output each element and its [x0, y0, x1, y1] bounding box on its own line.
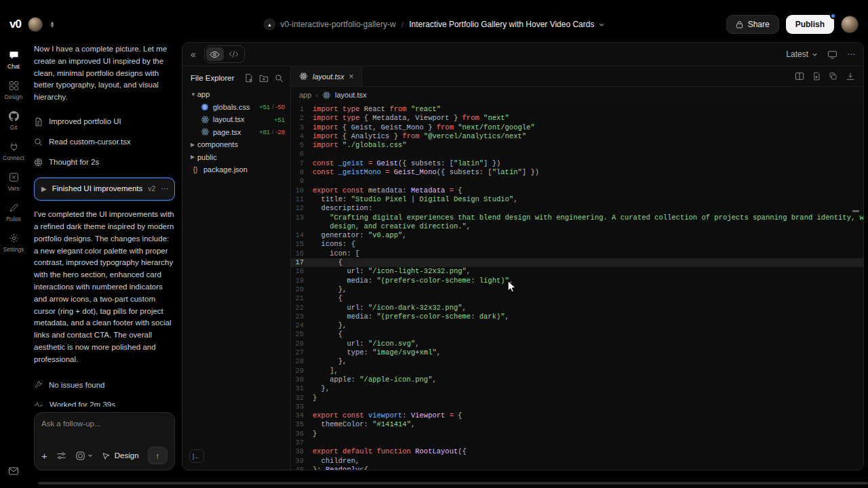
- code-line[interactable]: 5import "./globals.css": [291, 141, 863, 150]
- chevron-down-icon: [598, 22, 604, 28]
- code-line[interactable]: 38export default function RootLayout({: [291, 447, 863, 456]
- code-line[interactable]: 32}: [291, 394, 863, 403]
- rail-item-git[interactable]: Git: [0, 106, 27, 136]
- publish-button[interactable]: Publish: [786, 15, 834, 34]
- code-line[interactable]: 31 },: [291, 384, 863, 393]
- code-line[interactable]: 22 url: "/icon-dark-32x32.png",: [291, 304, 863, 312]
- tree-file-globals.css[interactable]: globals.css+51 / -50: [182, 101, 290, 114]
- code-line[interactable]: 14 generator: "v0.app",: [291, 231, 863, 240]
- code-line[interactable]: 17 {: [291, 258, 863, 267]
- code-line[interactable]: 19 media: "(prefers-color-scheme: light)…: [291, 277, 863, 285]
- code-line[interactable]: 35 themeColor: "#141414",: [291, 420, 863, 429]
- code-line[interactable]: 28 },: [291, 357, 863, 366]
- react-file-icon: [299, 72, 308, 81]
- code-line[interactable]: 11 title: "Studio Pixel | Digital Design…: [291, 195, 863, 204]
- code-area[interactable]: 1import type React from "react"2import t…: [291, 103, 863, 470]
- code-line[interactable]: 9: [291, 177, 863, 186]
- version-card[interactable]: ▶ Finished UI improvements v2 ⋯: [34, 178, 175, 201]
- code-line[interactable]: 18 url: "/icon-light-32x32.png",: [291, 267, 863, 276]
- split-editor-icon[interactable]: [795, 72, 804, 81]
- collapse-panel-icon[interactable]: «: [191, 49, 196, 60]
- code-line[interactable]: 29 ],: [291, 367, 863, 375]
- code-line[interactable]: 39 children,: [291, 457, 863, 466]
- crumb-file[interactable]: layout.tsx: [335, 91, 366, 99]
- preview-toggle[interactable]: [206, 47, 224, 61]
- tree-folder-public[interactable]: ▶public: [182, 151, 290, 164]
- model-picker[interactable]: [75, 451, 93, 461]
- tree-file-layout.tsx[interactable]: layout.tsx+51: [182, 113, 290, 126]
- code-line[interactable]: 26 url: "/icon.svg",: [291, 340, 863, 348]
- export-file-icon[interactable]: [812, 72, 821, 81]
- code-line[interactable]: 10export const metadata: Metadata = {: [291, 186, 863, 195]
- rail-item-settings[interactable]: Settings: [0, 228, 27, 258]
- user-avatar[interactable]: [841, 16, 859, 33]
- scrollbar-marker[interactable]: [852, 210, 859, 212]
- rail-item-chat[interactable]: Chat: [0, 45, 27, 75]
- tree-folder-app[interactable]: ▼app: [182, 88, 290, 101]
- tree-folder-components[interactable]: ▶components: [182, 138, 290, 151]
- tree-file-page.tsx[interactable]: page.tsx+81 / -28: [182, 126, 290, 139]
- panel-more-icon[interactable]: ⋯: [847, 49, 855, 59]
- code-line[interactable]: 33: [291, 403, 863, 411]
- new-folder-icon[interactable]: [259, 74, 269, 83]
- code-line[interactable]: 24 },: [291, 321, 863, 330]
- status-row: No issues found: [34, 375, 175, 396]
- code-line[interactable]: 25 {: [291, 330, 863, 339]
- task-step[interactable]: Read custom-cursor.tsx: [34, 132, 175, 152]
- share-button[interactable]: Share: [726, 15, 779, 34]
- task-step[interactable]: Improved portfolio UI: [34, 112, 175, 132]
- download-icon[interactable]: [846, 72, 855, 81]
- mail-icon[interactable]: [8, 466, 19, 476]
- code-line[interactable]: 7const _geist = Geist({ subsets: ["latin…: [291, 159, 863, 168]
- rail-item-vars[interactable]: Vars: [0, 167, 27, 197]
- code-line[interactable]: 4import { Analytics } from "@vercel/anal…: [291, 132, 863, 141]
- close-tab-icon[interactable]: ×: [349, 72, 353, 81]
- workspace-switcher-icon[interactable]: ▲▼: [50, 21, 55, 28]
- code-line[interactable]: 23 media: "(prefers-color-scheme: dark)"…: [291, 312, 863, 321]
- code-line[interactable]: 8const _geistMono = Geist_Mono({ subsets…: [291, 168, 863, 177]
- follow-up-input[interactable]: [41, 420, 167, 428]
- code-line[interactable]: 27 type: "image/svg+xml",: [291, 348, 863, 357]
- send-button[interactable]: ↑: [148, 447, 167, 464]
- rail-item-rules[interactable]: Rules: [0, 197, 27, 228]
- new-file-icon[interactable]: [244, 73, 253, 83]
- code-line[interactable]: 16 icon: [: [291, 249, 863, 258]
- tree-file-package.json[interactable]: {}package.json: [182, 163, 290, 176]
- code-line[interactable]: 36}: [291, 430, 863, 439]
- code-line[interactable]: 40}: Readonly<{: [291, 466, 863, 470]
- code-line[interactable]: 37: [291, 439, 863, 447]
- browser-preview-icon[interactable]: [827, 50, 837, 59]
- code-line[interactable]: 20 },: [291, 285, 863, 294]
- code-line[interactable]: 21 {: [291, 294, 863, 303]
- design-mode-button[interactable]: Design: [102, 451, 139, 460]
- chat-title-dropdown[interactable]: Interactive Portfolio Gallery with Hover…: [409, 20, 604, 29]
- rail-item-connect[interactable]: Connect: [0, 136, 27, 167]
- tab-layout-tsx[interactable]: layout.tsx ×: [291, 66, 362, 86]
- code-line[interactable]: 34export const viewport: Viewport = {: [291, 411, 863, 420]
- version-card-menu[interactable]: ⋯: [161, 183, 170, 195]
- code-line[interactable]: 12 description:: [291, 204, 863, 213]
- workspace-avatar[interactable]: [28, 17, 43, 32]
- thought-icon: [34, 158, 43, 167]
- search-files-icon[interactable]: [275, 74, 283, 83]
- code-line[interactable]: 2import type { Metadata, Viewport } from…: [291, 114, 863, 123]
- code-line[interactable]: 13 "Crafting digital experiences that bl…: [291, 214, 863, 222]
- attach-button[interactable]: +: [41, 450, 47, 462]
- code-line[interactable]: 3import { Geist, Geist_Mono } from "next…: [291, 123, 863, 132]
- code-line[interactable]: 1import type React from "react": [291, 105, 863, 114]
- task-step[interactable]: Thought for 2s: [34, 152, 175, 173]
- copy-file-icon[interactable]: [829, 72, 837, 81]
- code-toggle[interactable]: [225, 47, 243, 61]
- settings-sliders-icon[interactable]: [56, 451, 66, 460]
- code-line[interactable]: 15 icons: {: [291, 240, 863, 249]
- code-line[interactable]: design, and creative direction.",: [291, 222, 863, 231]
- project-switcher[interactable]: ▲ v0-interactive-portfolio-gallery-w: [264, 18, 396, 30]
- crumb-app[interactable]: app: [299, 91, 311, 99]
- code-line[interactable]: 6: [291, 150, 863, 159]
- code-line[interactable]: 30 apple: "/apple-icon.png",: [291, 375, 863, 384]
- collapse-explorer-icon[interactable]: |←: [189, 449, 204, 463]
- bottom-scrollbar[interactable]: [38, 482, 868, 485]
- wrench-icon: [34, 381, 43, 390]
- version-dropdown[interactable]: Latest: [786, 49, 818, 59]
- rail-item-design[interactable]: Design: [0, 75, 27, 106]
